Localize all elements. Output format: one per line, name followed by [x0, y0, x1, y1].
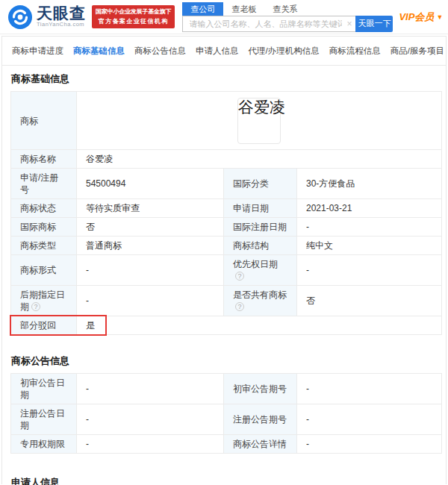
field-value: - [297, 218, 442, 237]
field-label: 商标名称 [11, 150, 77, 169]
section-title-applicant: 申请人信息 [11, 476, 446, 485]
field-value: 等待实质审查 [77, 199, 224, 218]
field-label: 是否共有商标? [224, 286, 297, 316]
official-badge: 国家中小企业发展子基金旗下 官方备案企业征信机构 [92, 5, 175, 28]
field-label: 商标类型 [11, 237, 77, 255]
table-row: 专用权期限 - 商标公告详情 - [11, 435, 442, 454]
field-value: - [77, 286, 224, 316]
field-value: 谷爱凌 [77, 150, 442, 169]
table-row: 注册公告日期 - 注册公告期号 - [11, 404, 442, 435]
field-value: - [297, 404, 442, 435]
field-value: - [77, 374, 224, 404]
announcement-info-table: 初审公告日期 - 初审公告期号 - 注册公告日期 - 注册公告期号 - 专用权期… [10, 373, 442, 454]
field-label: 商标 [11, 92, 77, 150]
field-value: 30-方便食品 [297, 169, 442, 199]
field-value: - [77, 404, 224, 435]
table-row: 商标类型 普通商标 商标结构 纯中文 [11, 237, 442, 255]
field-label: 商标公告详情 [224, 435, 297, 454]
field-value: 2021-03-21 [297, 199, 442, 218]
tab-agency-info[interactable]: 代理/办理机构信息 [249, 46, 320, 57]
brand-name: 天眼查 [37, 6, 86, 21]
tianyancha-logo[interactable]: 天眼查 TianYanCha.com [7, 4, 86, 30]
field-label: 国际分类 [224, 169, 297, 199]
search-tab-company[interactable]: 查公司 [182, 2, 223, 16]
clear-icon[interactable]: × [346, 19, 352, 29]
field-value: 纯中文 [297, 237, 442, 255]
table-row: 商标 谷爱凌 [11, 92, 442, 150]
detail-tabs: 商标申请进度 商标基础信息 商标公告信息 申请人信息 代理/办理机构信息 商标流… [2, 37, 446, 66]
table-row-partial-rejection: 部分驳回 是 [11, 316, 442, 335]
brand-domain: TianYanCha.com [37, 21, 86, 28]
field-label: 商标结构 [224, 237, 297, 255]
field-label: 申请日期 [224, 199, 297, 218]
field-label: 商标状态 [11, 199, 77, 218]
field-label: 注册公告日期 [11, 404, 77, 435]
table-row: 商标形式 - 优先权日期? - [11, 255, 442, 286]
search-button[interactable]: 天眼一下 [355, 16, 393, 32]
field-value: 是 [77, 316, 442, 335]
search-tab-boss[interactable]: 查老板 [223, 2, 264, 16]
field-value: 普通商标 [77, 237, 224, 255]
vip-member-link[interactable]: VIP会员 [399, 10, 434, 24]
site-header: 天眼查 TianYanCha.com 国家中小企业发展子基金旗下 官方备案企业征… [0, 0, 448, 34]
content-container: 商标申请进度 商标基础信息 商标公告信息 申请人信息 代理/办理机构信息 商标流… [1, 36, 447, 484]
field-label: 国际注册日期 [224, 218, 297, 237]
field-label: 优先权日期? [224, 255, 297, 286]
tab-goods-services[interactable]: 商品/服务项目 [391, 46, 444, 57]
field-label: 商标形式 [11, 255, 77, 286]
search-tab-relation[interactable]: 查关系 [264, 2, 305, 16]
table-row: 国际商标 否 国际注册日期 - [11, 218, 442, 237]
field-value: 否 [297, 286, 442, 316]
badge-line2: 官方备案企业征信机构 [96, 17, 171, 26]
field-label: 国际商标 [11, 218, 77, 237]
field-label: 初审公告期号 [224, 374, 297, 404]
badge-line1: 国家中小企业发展子基金旗下 [96, 7, 171, 16]
tab-trademark-flow[interactable]: 商标流程信息 [329, 46, 381, 57]
eye-logo-icon [7, 4, 33, 30]
table-row: 商标名称 谷爱凌 [11, 150, 442, 169]
field-value: 54500494 [77, 169, 224, 199]
tab-trademark-progress[interactable]: 商标申请进度 [12, 46, 63, 57]
search-input[interactable] [182, 16, 355, 32]
section-title-basic: 商标基础信息 [11, 72, 446, 86]
help-icon[interactable]: ? [235, 272, 244, 281]
tab-trademark-announcement[interactable]: 商标公告信息 [134, 46, 186, 57]
trademark-image-cell: 谷爱凌 [77, 92, 442, 150]
field-label: 注册公告期号 [224, 404, 297, 435]
table-row: 初审公告日期 - 初审公告期号 - [11, 374, 442, 404]
field-label: 申请/注册号 [11, 169, 77, 199]
basic-info-table: 商标 谷爱凌 商标名称 谷爱凌 申请/注册号 54500494 国际分类 30-… [10, 91, 442, 335]
field-value: - [297, 374, 442, 404]
search-area: 查公司 查老板 查关系 × 天眼一下 [182, 2, 393, 32]
field-value: - [297, 435, 442, 454]
section-title-announcement: 商标公告信息 [11, 354, 446, 368]
field-value: - [77, 255, 224, 286]
tab-trademark-basic-info[interactable]: 商标基础信息 [73, 46, 125, 57]
table-row: 后期指定日期? - 是否共有商标? 否 [11, 286, 442, 316]
tab-applicant-info[interactable]: 申请人信息 [196, 46, 239, 57]
field-value: - [77, 435, 224, 454]
field-value: 否 [77, 218, 224, 237]
field-value: - [297, 255, 442, 286]
help-icon[interactable]: ? [31, 302, 40, 311]
table-row: 申请/注册号 54500494 国际分类 30-方便食品 [11, 169, 442, 199]
field-label: 专用权期限 [11, 435, 77, 454]
table-row: 商标状态 等待实质审查 申请日期 2021-03-21 [11, 199, 442, 218]
help-icon[interactable]: ? [235, 302, 244, 311]
field-label: 后期指定日期? [11, 286, 77, 316]
trademark-image: 谷爱凌 [237, 98, 281, 144]
field-label: 部分驳回 [11, 316, 77, 335]
field-label: 初审公告日期 [11, 374, 77, 404]
chevron-down-icon[interactable]: ▼ [436, 13, 443, 21]
